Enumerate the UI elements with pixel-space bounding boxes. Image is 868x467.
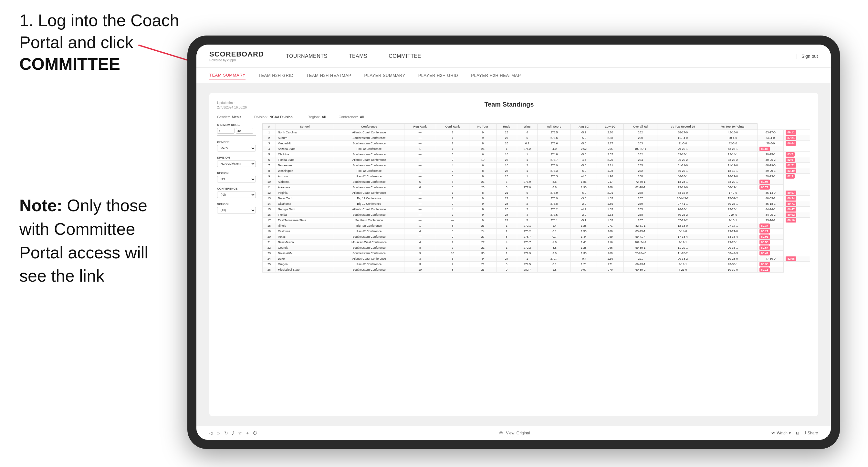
toolbar-share-icon[interactable]: ⤴: [232, 431, 234, 436]
data-cell: 23-33-1: [708, 261, 757, 267]
toolbar-clock-icon[interactable]: ⏱: [253, 431, 257, 436]
data-cell: 23-11-0: [657, 185, 708, 190]
data-cell: 16-21-0: [708, 174, 757, 179]
sub-nav-team-h2h-heatmap[interactable]: TEAM H2H HEATMAP: [306, 72, 351, 79]
toolbar-forward-icon[interactable]: ▷: [217, 431, 220, 436]
nav-committee[interactable]: COMMITTEE: [386, 52, 424, 60]
rank-cell: 24: [262, 256, 276, 261]
col-adj-score: Adj. Score: [537, 124, 571, 130]
table-row: 9ArizonaPac-12 Conference—38231276.3-4.6…: [262, 174, 810, 179]
table-row: 14OklahomaBig 12 Conference—29242276.8-2…: [262, 201, 810, 207]
data-cell: 33-44-3: [708, 251, 757, 256]
school-cell: Georgia: [276, 245, 334, 251]
rank-cell: 16: [262, 212, 276, 218]
share-btn[interactable]: ⤴ Share: [804, 431, 818, 435]
nav-tournaments[interactable]: TOURNAMENTS: [283, 52, 330, 60]
data-cell: 1.63: [597, 212, 623, 218]
rank-cell: 3: [262, 141, 276, 146]
school-cell: North Carolina: [276, 130, 334, 135]
data-cell: 274.2: [517, 146, 537, 152]
division-filter-label: Division: [217, 156, 256, 159]
data-cell: 2.88: [597, 135, 623, 141]
vs-top50-cell: 80.54: [757, 245, 783, 251]
sub-nav-player-h2h-grid[interactable]: PLAYER H2H GRID: [418, 72, 458, 79]
view-original-btn[interactable]: View: Original: [506, 431, 530, 435]
step-prefix: 1. Log into the Coach Portal and click: [20, 11, 179, 52]
region-filter-label: Region: [217, 172, 256, 175]
toolbar-back-icon[interactable]: ◁: [209, 431, 213, 436]
min-rounds-slider[interactable]: [217, 135, 256, 136]
sub-nav-team-summary[interactable]: TEAM SUMMARY: [209, 71, 246, 80]
data-cell: 1.90: [571, 185, 597, 190]
toolbar-plus-icon[interactable]: +: [246, 431, 249, 436]
region-select[interactable]: N/A: [217, 176, 256, 183]
data-cell: 8: [436, 223, 469, 229]
data-cell: —: [404, 135, 436, 141]
nav-links: TOURNAMENTS TEAMS COMMITTEE: [283, 52, 796, 60]
school-select[interactable]: (All): [217, 207, 256, 214]
toolbar-reload-icon[interactable]: ↻: [224, 431, 228, 436]
vs-top50-cell: 80.94: [757, 179, 783, 185]
school-cell: New Mexico: [276, 240, 334, 245]
data-cell: 1: [404, 223, 436, 229]
data-cell: 29-21-0: [708, 229, 757, 234]
table-row: 3VanderbiltSoutheastern Conference—28266…: [262, 141, 810, 146]
data-cell: 9: [469, 130, 497, 135]
col-overall-rd: Overall Rd: [624, 124, 657, 130]
data-cell: 1: [436, 130, 469, 135]
data-cell: 4-21-0: [657, 267, 708, 273]
data-cell: 9: [469, 218, 497, 223]
min-rounds-min-input[interactable]: [217, 128, 235, 134]
table-row: 6Florida StateAtlantic Coast Conference—…: [262, 157, 810, 163]
data-cell: 0: [497, 261, 517, 267]
data-cell: 80-25-2: [657, 212, 708, 218]
data-cell: 9: [469, 135, 497, 141]
rank-cell: 13: [262, 196, 276, 201]
toolbar-bookmark-icon[interactable]: ☆: [238, 431, 242, 436]
data-cell: 24: [497, 201, 517, 207]
data-cell: 1: [497, 223, 517, 229]
table-row: 8WashingtonPac-12 Conference—28231276.3-…: [262, 168, 810, 174]
data-cell: 268: [597, 185, 623, 190]
sub-nav-team-h2h-grid[interactable]: TEAM H2H GRID: [258, 72, 293, 79]
table-row: 21New MexicoMountain West Conference4927…: [262, 240, 810, 245]
data-cell: Atlantic Coast Conference: [334, 157, 404, 163]
school-cell: Texas A&M: [276, 251, 334, 256]
data-cell: 1.98: [597, 168, 623, 174]
data-cell: 1: [517, 168, 537, 174]
table-row: 10AlabamaSoutheastern Conference58233276…: [262, 179, 810, 185]
data-cell: 1: [436, 146, 469, 152]
sub-nav-player-summary[interactable]: PLAYER SUMMARY: [364, 72, 405, 79]
watch-btn[interactable]: 👁 Watch ▾: [771, 431, 791, 435]
data-cell: -4.6: [571, 174, 597, 179]
vs-top50-cell: 80.34: [757, 223, 783, 229]
conference-select[interactable]: (All): [217, 191, 256, 198]
data-cell: 0: [497, 267, 517, 273]
data-cell: —: [404, 141, 436, 146]
data-cell: 2: [517, 163, 537, 168]
tablet-frame: SCOREBOARD Powered by clippd TOURNAMENTS…: [187, 35, 840, 449]
region-group: Region N/A: [217, 172, 256, 183]
table-row: 2AuburnSoutheastern Conference—19276273.…: [262, 135, 810, 141]
gender-select[interactable]: Men's: [217, 145, 256, 152]
gender-filter-label: Gender: [217, 141, 256, 144]
data-cell: -4.4: [571, 157, 597, 163]
sign-out-link[interactable]: Sign out: [802, 54, 818, 59]
data-cell: Pac-12 Conference: [334, 229, 404, 234]
data-cell: 4: [517, 212, 537, 218]
nav-teams[interactable]: TEAMS: [346, 52, 370, 60]
school-cell: Tennessee: [276, 163, 334, 168]
data-cell: 2: [517, 196, 537, 201]
data-cell: -3.1: [537, 261, 571, 267]
table-row: 16FloridaSoutheastern Conference—7924427…: [262, 212, 810, 218]
division-select[interactable]: NCAA Division I: [217, 160, 256, 167]
data-cell: 42-16-0: [708, 130, 757, 135]
data-cell: 0.97: [571, 267, 597, 273]
airplay-btn[interactable]: ⊡: [796, 431, 799, 435]
sub-nav-player-h2h-heatmap[interactable]: PLAYER H2H HEATMAP: [471, 72, 521, 79]
data-cell: 1.39: [597, 256, 623, 261]
data-cell: -2.2: [571, 201, 597, 207]
table-row: 11ArkansasSoutheastern Conference6823327…: [262, 185, 810, 190]
card-title: Team Standings: [247, 101, 771, 108]
min-rounds-max-input[interactable]: [236, 128, 253, 134]
